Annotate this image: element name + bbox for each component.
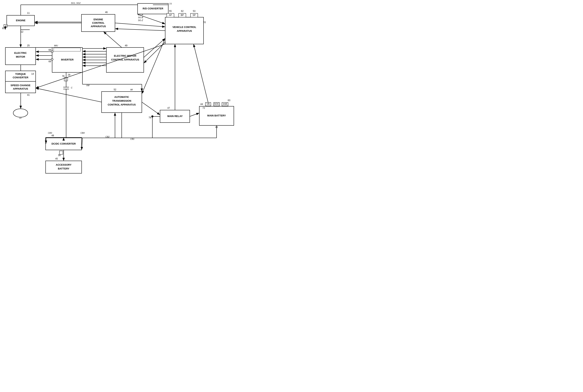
ref-51: 51 <box>203 21 206 24</box>
rd-converter-label: R/D CONVERTER <box>143 7 163 10</box>
cb1-label: CB1 <box>130 138 134 140</box>
engine-label: ENGINE <box>16 19 26 22</box>
vehicle-control-label2: APPARATUS <box>177 30 192 32</box>
ref-62: 62 <box>181 10 184 12</box>
sp-label: SP <box>193 14 196 16</box>
im-label: IM <box>130 88 133 91</box>
svg-line-23 <box>115 29 165 31</box>
sg1-sg2-label: SG1, SG2 <box>71 2 81 4</box>
vb-label: VB <box>207 103 210 105</box>
speed-change-box <box>5 82 36 93</box>
svg-point-4 <box>13 109 28 117</box>
svg-rect-77 <box>54 48 81 51</box>
ref-52: 52 <box>114 88 116 91</box>
svg-line-43 <box>142 102 160 115</box>
electric-motor-label2: MOTOR <box>16 55 25 58</box>
speed-change-label2: APPARATUS <box>13 87 28 90</box>
svg-line-62 <box>194 44 208 102</box>
ref-65: 65 <box>2 27 5 30</box>
ap-label: AP <box>169 14 172 16</box>
ref-45: 45 <box>55 158 58 160</box>
ref-69: 69 <box>49 60 51 63</box>
svg-point-29 <box>51 51 53 53</box>
svg-line-42 <box>142 38 165 94</box>
inverter-label: INVERTER <box>61 58 74 61</box>
cb4-label: CB4 <box>81 132 85 134</box>
ref-68: 68 <box>49 49 51 51</box>
em-control-label2: CONTROL APPARATUS <box>111 58 139 61</box>
svg-line-41 <box>36 88 102 102</box>
engine-control-label2: CONTROL <box>92 22 104 24</box>
ref-76: 76 <box>62 75 65 78</box>
dcdc-label: DC/DC CONVERTER <box>52 142 76 145</box>
ref-78: 78 <box>149 116 151 119</box>
auto-trans-label3: CONTROL APPARATUS <box>108 103 136 106</box>
imu-label: IMU <box>54 44 58 47</box>
ref-44: 44 <box>200 103 203 106</box>
ref-72: 72 <box>202 107 205 109</box>
vehicle-control-label: VEHICLE CONTROL <box>172 26 196 28</box>
ref-37: 37 <box>19 116 22 119</box>
svg-point-30 <box>51 58 53 60</box>
auto-trans-label2: TRANSMISSION <box>112 100 131 102</box>
cb3-label: CB3 <box>48 132 52 134</box>
ref-56: 56 <box>58 154 61 157</box>
engine-control-label: ENGINE <box>94 18 103 21</box>
cb2-label: CB2 <box>105 136 109 138</box>
main-battery-label: MAIN BATTERY <box>207 114 226 117</box>
accessory-label: ACCESSORY <box>56 163 72 166</box>
soc-label: SOC <box>214 103 219 105</box>
ref-29: 29 <box>68 74 70 76</box>
ref-41: 41 <box>27 94 30 96</box>
accessory-label2: BATTERY <box>58 167 69 170</box>
svg-line-40 <box>104 32 122 48</box>
ref-48: 48 <box>51 134 54 137</box>
ref-53: 53 <box>193 10 195 12</box>
speed-change-label: SPEED CHANGE <box>11 84 31 87</box>
ref-55: 55 <box>169 10 172 12</box>
ref-63: 63 <box>228 99 230 102</box>
sg-z-label: SG-Z <box>138 19 143 22</box>
sg-b-label: SG-B <box>138 16 143 18</box>
bp-label: BP <box>181 14 184 16</box>
ref-46: 46 <box>105 11 108 14</box>
engine-control-label3: APPARATUS <box>91 25 106 28</box>
diagram-container: ENGINE 11 65 12 ELECTRIC MOTOR 25 TORQUE… <box>0 0 292 196</box>
auto-trans-label: AUTOMATIC <box>114 96 129 98</box>
ref-11: 11 <box>27 12 30 14</box>
ref-77: 77 <box>169 3 172 5</box>
ref-25: 25 <box>27 44 30 47</box>
electric-motor-label: ELECTRIC <box>14 52 27 54</box>
vm-label: VM <box>86 84 90 86</box>
torque-converter-label: TORQUE <box>15 72 26 76</box>
svg-line-22 <box>115 23 165 27</box>
ref-12: 12 <box>21 30 23 33</box>
tmb-label: tmB <box>223 103 227 105</box>
ref-49: 49 <box>125 44 127 47</box>
ref-47: 47 <box>167 107 170 109</box>
main-relay-label: MAIN RELAY <box>167 115 183 118</box>
torque-converter-label2: CONVERTER <box>13 76 28 79</box>
svg-line-51 <box>190 113 199 116</box>
capacitor-c-label: C <box>71 86 73 89</box>
ref-14: 14 <box>31 72 34 75</box>
